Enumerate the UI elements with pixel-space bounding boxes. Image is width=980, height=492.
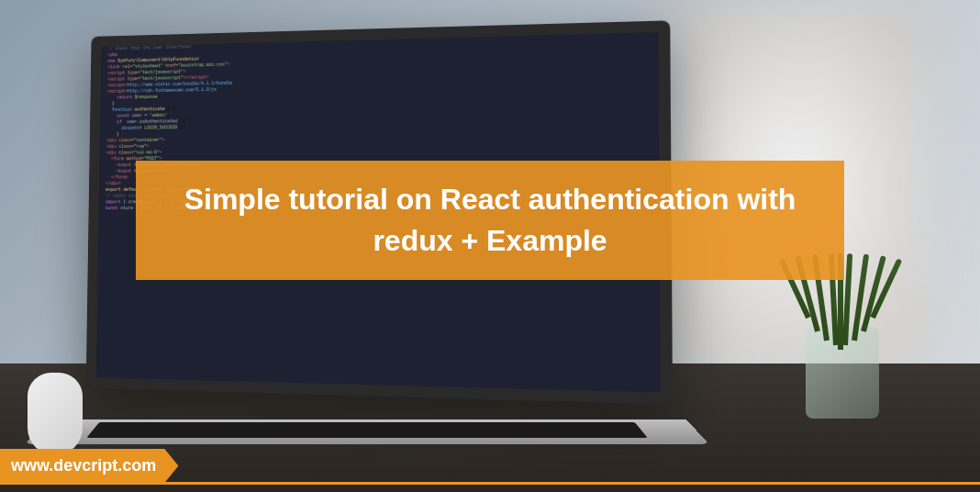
laptop-keyboard	[86, 422, 647, 438]
title-banner: Simple tutorial on React authentication …	[136, 161, 844, 280]
website-url: www.devcript.com	[11, 456, 156, 475]
website-badge: www.devcript.com	[0, 449, 178, 483]
hero-banner: // check that the user interfaces <php u…	[0, 0, 980, 492]
laptop-keyboard-base	[24, 419, 710, 444]
article-title: Simple tutorial on React authentication …	[173, 179, 807, 262]
computer-mouse	[28, 373, 83, 455]
